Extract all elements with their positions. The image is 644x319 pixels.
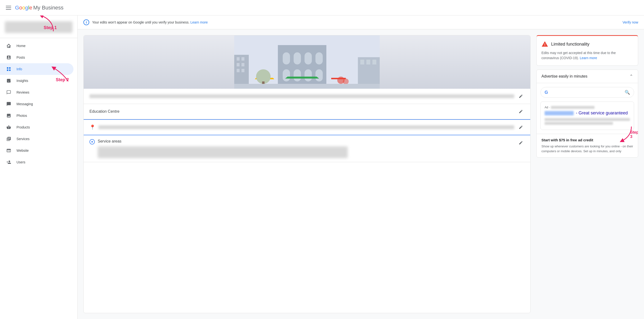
location-pin-icon: 📍 xyxy=(90,124,96,130)
ad-title-blur xyxy=(544,111,574,116)
svg-rect-10 xyxy=(237,69,240,72)
sidebar-item-photos[interactable]: Photos xyxy=(0,110,74,122)
svg-rect-9 xyxy=(242,63,244,66)
ad-desc-blur-2 xyxy=(544,122,613,125)
buildings-illustration xyxy=(84,36,530,89)
website-label: Website xyxy=(16,148,28,152)
free-credit-title: Start with $75 in free ad credit xyxy=(542,138,633,142)
content-area: i Your edits won't appear on Google unti… xyxy=(78,16,644,319)
ad-desc-blur-1 xyxy=(544,118,630,121)
edit-category-button[interactable] xyxy=(517,92,524,100)
users-label: Users xyxy=(16,160,26,164)
svg-rect-34 xyxy=(234,84,380,89)
covid-learn-more-link[interactable]: Learn more xyxy=(580,56,597,60)
business-category-row xyxy=(84,89,530,104)
main-layout: Step 1 Step 2 Home xyxy=(0,16,644,319)
photos-icon xyxy=(6,113,12,118)
messaging-label: Messaging xyxy=(16,102,33,106)
free-credit-section: Start with $75 in free ad credit Show up… xyxy=(536,134,638,157)
verify-now-button[interactable]: Verify now xyxy=(622,20,638,24)
reviews-label: Reviews xyxy=(16,90,29,94)
chevron-up-icon: ⌃ xyxy=(630,74,633,79)
edit-name-button[interactable] xyxy=(517,108,524,115)
svg-rect-19 xyxy=(304,69,312,82)
ad-title: - Great service guaranteed xyxy=(544,110,630,116)
sidebar-item-info[interactable]: Info xyxy=(0,63,74,75)
free-credit-text: Show up whenever customers are looking f… xyxy=(542,144,633,154)
edit-service-area-button[interactable] xyxy=(517,139,524,146)
sidebar-item-messaging[interactable]: Messaging xyxy=(0,98,74,110)
content-split: Education Centre 📍 xyxy=(78,29,644,319)
sidebar-item-website[interactable]: Website xyxy=(0,145,74,156)
info-label: Info xyxy=(16,67,22,71)
svg-rect-3 xyxy=(7,70,8,71)
svg-rect-29 xyxy=(360,60,364,64)
business-name: Education Centre xyxy=(90,109,514,114)
products-label: Products xyxy=(16,125,30,129)
menu-button[interactable] xyxy=(4,4,13,12)
sidebar-item-products[interactable]: Products xyxy=(0,122,74,133)
sidebar-item-insights[interactable]: Insights xyxy=(0,75,74,86)
svg-rect-12 xyxy=(278,45,326,89)
svg-rect-1 xyxy=(9,68,11,69)
ad-label: Ad · xyxy=(544,106,630,109)
verify-banner-text: Your edits won't appear on Google until … xyxy=(92,20,620,24)
svg-rect-7 xyxy=(242,57,244,60)
services-icon xyxy=(6,136,12,142)
services-label: Services xyxy=(16,137,30,141)
posts-icon xyxy=(6,54,12,60)
service-area-blur xyxy=(98,146,348,158)
svg-rect-17 xyxy=(283,69,290,82)
service-area-content: Service areas xyxy=(98,139,514,158)
svg-point-35 xyxy=(92,141,93,142)
svg-rect-15 xyxy=(304,52,312,64)
lf-title: Limited functionality xyxy=(551,42,590,47)
sidebar-item-posts[interactable]: Posts xyxy=(0,52,74,63)
limited-functionality-card: Limited functionality Edits may not get … xyxy=(536,35,638,66)
svg-rect-8 xyxy=(237,63,240,66)
info-icon xyxy=(6,66,12,72)
learn-more-verify-link[interactable]: Learn more xyxy=(190,20,208,24)
svg-rect-31 xyxy=(372,60,376,64)
svg-rect-20 xyxy=(316,69,323,82)
warning-triangle-icon xyxy=(542,41,548,48)
lf-message: Edits may not get accepted at this time … xyxy=(542,50,633,60)
google-search-mock: G 🔍 xyxy=(540,87,634,98)
profile-blur xyxy=(5,21,72,33)
sidebar-item-users[interactable]: Users xyxy=(0,156,74,168)
advertise-header[interactable]: Advertise easily in minutes ⌃ xyxy=(536,70,638,83)
insights-label: Insights xyxy=(16,79,28,83)
app-header: Google My Business xyxy=(0,0,644,16)
info-left-panel: Education Centre 📍 xyxy=(84,35,530,313)
insights-icon xyxy=(6,78,12,84)
info-circle-icon: i xyxy=(84,20,89,25)
google-wordmark: Google xyxy=(15,4,32,11)
service-area-icon xyxy=(90,139,95,144)
edit-location-button[interactable] xyxy=(517,124,524,131)
sidebar: Step 1 Step 2 Home xyxy=(0,16,78,319)
sidebar-item-home[interactable]: Home xyxy=(0,40,74,52)
sidebar-item-reviews[interactable]: Reviews xyxy=(0,86,74,98)
home-icon xyxy=(6,43,12,49)
category-blur xyxy=(90,94,514,98)
verify-banner: i Your edits won't appear on Google unti… xyxy=(78,16,644,29)
svg-marker-22 xyxy=(285,76,319,78)
svg-rect-0 xyxy=(7,68,8,69)
sidebar-item-services[interactable]: Services xyxy=(0,133,74,145)
app-logo: Google My Business xyxy=(15,4,64,11)
svg-rect-6 xyxy=(237,57,240,60)
website-icon xyxy=(6,148,12,154)
location-blur xyxy=(98,125,514,129)
sidebar-profile xyxy=(0,18,77,38)
search-icon: 🔍 xyxy=(624,90,630,95)
svg-rect-18 xyxy=(294,69,301,82)
svg-rect-16 xyxy=(316,52,323,64)
svg-rect-30 xyxy=(366,60,370,64)
service-area-row: Service areas xyxy=(84,135,530,162)
advertise-title: Advertise easily in minutes xyxy=(542,74,587,78)
ad-preview-card: Ad · - Great service guaranteed xyxy=(540,102,634,130)
svg-rect-14 xyxy=(294,52,301,64)
sidebar-nav: Home Posts Info Insights xyxy=(0,40,77,168)
svg-point-27 xyxy=(343,78,349,84)
service-area-title: Service areas xyxy=(98,139,514,144)
